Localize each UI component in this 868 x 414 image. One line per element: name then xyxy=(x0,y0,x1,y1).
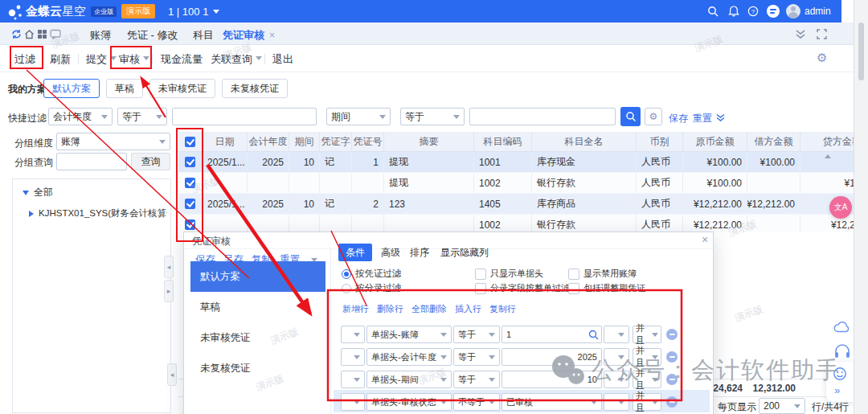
filter-field-select[interactable]: 单据头-审核状态 xyxy=(366,393,452,411)
radio-filter-by-voucher[interactable]: 按凭证过滤 xyxy=(342,268,402,280)
tab-close-icon[interactable]: × xyxy=(269,30,275,41)
tab-ledger[interactable]: 账簿 xyxy=(90,28,111,43)
quick-value2-input[interactable] xyxy=(469,108,616,125)
col-header[interactable]: 凭证字 xyxy=(320,132,352,151)
scheme-unaudited-button[interactable]: 未审核凭证 xyxy=(149,79,215,98)
row-checkbox[interactable] xyxy=(185,157,195,167)
checkbox-show-disabled-books[interactable]: 显示禁用账簿 xyxy=(568,268,637,280)
tree-collapsed-triangle-icon[interactable] xyxy=(29,211,34,217)
account-switcher[interactable]: 1 | 100 1 xyxy=(168,6,219,18)
remove-row-minus-icon[interactable] xyxy=(666,396,678,408)
grid-scroll-up-icon[interactable] xyxy=(825,154,831,158)
cashflow-button[interactable]: 现金流量 xyxy=(161,52,203,67)
sync-icon[interactable] xyxy=(11,29,22,39)
headset-icon[interactable] xyxy=(833,343,851,359)
col-header[interactable]: 科目全名 xyxy=(532,132,637,151)
filter-extra-select[interactable] xyxy=(604,326,629,343)
submit-chevron-icon[interactable] xyxy=(110,56,117,60)
col-header[interactable]: 借方金额 xyxy=(747,132,800,151)
search-icon[interactable] xyxy=(707,6,719,17)
checkbox-entry-whole-doc[interactable]: 分录字段按整单过滤 xyxy=(475,282,570,294)
filter-field-select[interactable]: 单据头-期间 xyxy=(366,371,452,388)
dialog-tab-columns[interactable]: 显示隐藏列 xyxy=(433,244,496,261)
table-row[interactable]: 2025/1... 2025 10 记 1 提现 1001 库存现金 人民币 ¥… xyxy=(178,152,854,173)
add-row-link[interactable]: 新增行 xyxy=(342,303,369,315)
col-header[interactable]: 期间 xyxy=(289,132,320,151)
filter-field-select[interactable]: 单据头-会计年度 xyxy=(366,348,452,366)
quick-field2-select[interactable]: 期间 xyxy=(326,108,391,125)
quick-settings-gear-button[interactable]: ⚙ xyxy=(645,108,662,125)
submit-button[interactable]: 提交 xyxy=(86,52,107,67)
collapse-double-chevron-icon[interactable] xyxy=(794,29,807,39)
filter-op-select[interactable]: 等于 xyxy=(453,348,500,366)
lookup-magnifier-icon[interactable] xyxy=(588,330,599,340)
tab-voucher-modify[interactable]: 凭证 - 修改 xyxy=(127,28,178,43)
more-double-chevron-icon[interactable]: » xyxy=(834,384,840,396)
tree-expanded-triangle-icon[interactable] xyxy=(23,191,29,195)
apps-grid-icon[interactable] xyxy=(38,30,47,39)
remove-row-minus-icon[interactable] xyxy=(666,351,678,363)
scheme-draft-button[interactable]: 草稿 xyxy=(106,79,143,98)
row-checkbox[interactable] xyxy=(185,199,195,209)
tree-item-system[interactable]: KJHSTX01_SYS(财务会计核算体系) xyxy=(29,207,170,219)
insert-row-link[interactable]: 插入行 xyxy=(455,303,481,315)
cloud-icon[interactable] xyxy=(833,320,852,334)
splitter-expand-right-handle[interactable]: ▸ xyxy=(164,280,174,302)
col-header[interactable]: 凭证号 xyxy=(352,132,384,151)
row-checkbox[interactable] xyxy=(185,219,195,230)
dialog-tab-sort[interactable]: 排序 xyxy=(403,244,436,261)
filter-extra-select[interactable] xyxy=(604,348,629,366)
filter-value-input[interactable] xyxy=(502,348,602,366)
filter-op-select[interactable]: 等于 xyxy=(453,371,500,388)
bell-icon[interactable] xyxy=(728,6,739,17)
quick-op1-select[interactable]: 等于 xyxy=(117,108,167,125)
checkbox-icon[interactable] xyxy=(568,283,579,294)
related-query-button[interactable]: 关联查询 xyxy=(211,52,252,67)
filter-extra-select[interactable] xyxy=(604,393,629,411)
table-row[interactable]: 2025/1... 2025 10 记 2 123 1405 库存商品 人民币 … xyxy=(178,194,854,215)
col-header[interactable]: 摘要 xyxy=(384,132,474,151)
delete-row-link[interactable]: 删除行 xyxy=(377,303,403,315)
checkbox-icon[interactable] xyxy=(475,283,486,294)
splitter-collapse-left-handle[interactable]: ◂ xyxy=(164,256,174,278)
radio-off-icon[interactable] xyxy=(342,284,351,293)
filter-value-input[interactable] xyxy=(502,371,602,388)
splitter-collapse-handle[interactable]: ◂ xyxy=(167,363,177,386)
col-header[interactable]: 原币金额 xyxy=(683,132,747,151)
remove-row-minus-icon[interactable] xyxy=(666,329,678,340)
bracket-select[interactable] xyxy=(341,348,365,366)
col-header[interactable]: 科目编码 xyxy=(474,132,532,151)
dialog-scheme-default[interactable]: 默认方案 xyxy=(190,261,326,292)
tab-voucher-audit-active[interactable]: 凭证审核 × xyxy=(223,28,275,43)
exit-button[interactable]: 退出 xyxy=(272,52,293,67)
radio-on-icon[interactable] xyxy=(342,269,351,279)
filter-logic-select[interactable]: 并且 xyxy=(633,393,661,411)
audit-chevron-icon[interactable] xyxy=(143,56,149,60)
service-icon[interactable] xyxy=(767,5,780,18)
filter-value-select[interactable]: 已审核 xyxy=(502,393,602,411)
expand-icon[interactable] xyxy=(817,29,827,39)
bracket-select[interactable] xyxy=(341,393,365,411)
row-select-cell[interactable] xyxy=(178,173,203,193)
radio-filter-by-entry[interactable]: 按分录过滤 xyxy=(342,282,402,294)
row-checkbox[interactable] xyxy=(185,178,195,188)
group-search-button[interactable]: 查询 xyxy=(131,153,170,170)
filter-logic-select[interactable]: 并且 xyxy=(633,371,661,388)
row-select-cell[interactable] xyxy=(178,152,203,172)
bracket-select[interactable] xyxy=(341,326,365,343)
table-row[interactable]: 提现 1002 银行存款 人民币 ¥100.00 ¥100.00 xyxy=(178,173,854,194)
per-page-select[interactable]: 200 xyxy=(759,398,805,414)
quick-field1-select[interactable]: 会计年度 xyxy=(48,108,113,125)
col-header[interactable]: 币别 xyxy=(637,132,683,151)
smiley-icon[interactable] xyxy=(833,367,847,381)
table-row[interactable]: 1002 银行存款 人民币 ¥12,212.00 ¥12,212.00 xyxy=(178,215,854,232)
filter-op-select[interactable]: 不等于 xyxy=(453,393,500,411)
col-header[interactable]: 会计年度 xyxy=(248,132,289,151)
quick-save-link[interactable]: 保存 xyxy=(669,112,688,125)
filter-value-input[interactable] xyxy=(502,326,602,343)
tab-account[interactable]: 科目 xyxy=(193,28,214,43)
delete-all-rows-link[interactable]: 全部删除 xyxy=(411,303,447,315)
copy-row-link[interactable]: 复制行 xyxy=(489,303,516,315)
checkbox-include-adjust-period[interactable]: 包括调整期凭证 xyxy=(568,282,645,294)
filter-op-select[interactable]: 等于 xyxy=(453,326,500,343)
